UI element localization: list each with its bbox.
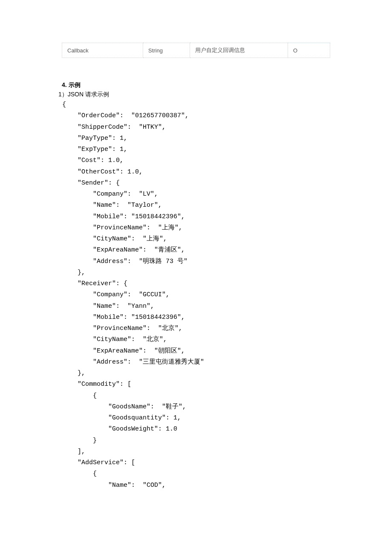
section-subtitle: 1）JSON 请求示例 <box>58 91 330 98</box>
param-required-cell: O <box>288 43 330 58</box>
param-desc-cell: 用户自定义回调信息 <box>190 43 288 58</box>
parameter-table: Callback String 用户自定义回调信息 O <box>62 43 330 58</box>
param-name-cell: Callback <box>62 43 143 58</box>
json-example-code: { "OrderCode": "012657700387", "ShipperC… <box>58 99 330 491</box>
table-row: Callback String 用户自定义回调信息 O <box>62 43 330 58</box>
param-type-cell: String <box>143 43 190 58</box>
section-title: 4. 示例 <box>62 81 330 89</box>
